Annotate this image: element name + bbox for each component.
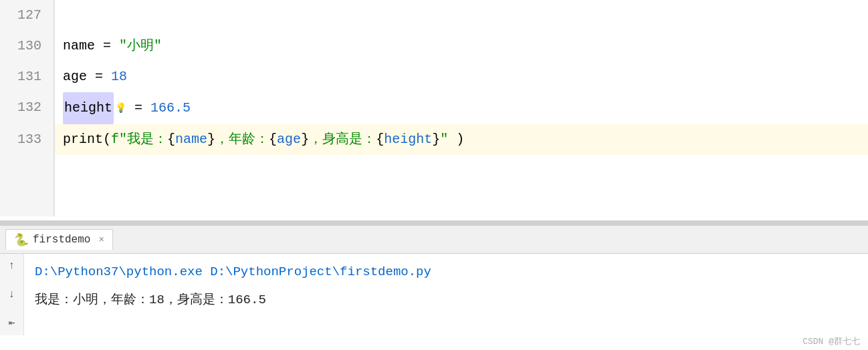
terminal-command-line: D:\Python37\python.exe D:\PythonProject\… <box>35 256 857 287</box>
code-line-133: 133 print(f"我是：{name}，年龄：{age}，身高是：{heig… <box>0 124 868 155</box>
line-content-127 <box>53 0 868 31</box>
code-line-empty1 <box>0 155 868 186</box>
token-brace2: { <box>269 124 277 155</box>
terminal-output-line: 我是：小明，年龄：18，身高是：166.5 <box>35 287 857 313</box>
token-brace3: { <box>376 124 384 155</box>
token-paren-open: ( <box>103 124 111 155</box>
token-height: height <box>63 92 114 124</box>
tab-close-button[interactable]: × <box>98 234 104 245</box>
terminal-footer: CSDN @群七七 <box>0 335 868 350</box>
token-height-ref: height <box>384 124 432 155</box>
token-name: name <box>63 31 95 61</box>
token-eq: = <box>95 31 119 61</box>
terminal-panel: 🐍 firstdemo × ↑ ↓ ⇤ D:\Python37\python.e… <box>0 226 868 350</box>
token-fstring-end: " <box>440 124 448 155</box>
scroll-up-button[interactable]: ↑ <box>3 256 21 275</box>
line-content-133: print(f"我是：{name}，年龄：{age}，身高是：{height}"… <box>53 124 868 155</box>
line-number-empty2 <box>0 186 53 216</box>
terminal-tab-bar: 🐍 firstdemo × <box>0 226 868 254</box>
line-content-132: height 💡 = 166.5 <box>53 92 868 124</box>
python-icon: 🐍 <box>14 232 29 247</box>
terminal-scroll-controls: ↑ ↓ ⇤ <box>0 254 24 335</box>
terminal-content: D:\Python37\python.exe D:\PythonProject\… <box>24 254 868 335</box>
token-1665: 166.5 <box>150 93 191 124</box>
bulb-icon: 💡 <box>115 93 126 124</box>
code-editor: 127 130 name = "小明" 131 age = 18 132 hei… <box>0 0 868 220</box>
token-eq2: = <box>87 61 111 92</box>
code-line-empty2 <box>0 186 868 216</box>
line-number-133: 133 <box>0 124 53 155</box>
token-18: 18 <box>111 61 127 92</box>
token-print: print <box>63 124 103 155</box>
token-xiaoming: "小明" <box>119 31 162 61</box>
token-brace1-close: } <box>207 124 215 155</box>
tab-label: firstdemo <box>33 234 90 246</box>
token-brace1: { <box>167 124 175 155</box>
line-number-130: 130 <box>0 31 53 61</box>
line-number-empty1 <box>0 155 53 186</box>
token-fstring-start: f"我是： <box>111 124 167 155</box>
token-comma1: ，年龄： <box>215 124 269 155</box>
scroll-reset-button[interactable]: ⇤ <box>3 314 21 333</box>
line-content-130: name = "小明" <box>53 31 868 61</box>
line-number-132: 132 <box>0 92 53 124</box>
token-brace2-close: } <box>301 124 309 155</box>
line-number-127: 127 <box>0 0 53 31</box>
token-brace3-close: } <box>432 124 440 155</box>
line-content-empty1 <box>53 155 868 186</box>
token-age-ref: age <box>277 124 301 155</box>
token-comma2: ，身高是： <box>309 124 376 155</box>
line-number-131: 131 <box>0 61 53 92</box>
code-line-130: 130 name = "小明" <box>0 31 868 61</box>
token-paren-close: ) <box>448 124 464 155</box>
token-name-ref: name <box>175 124 207 155</box>
code-line-131: 131 age = 18 <box>0 61 868 92</box>
line-content-131: age = 18 <box>53 61 868 92</box>
editor-terminal-divider <box>0 220 868 226</box>
code-line-127: 127 <box>0 0 868 31</box>
terminal-body-container: ↑ ↓ ⇤ D:\Python37\python.exe D:\PythonPr… <box>0 254 868 335</box>
line-content-empty2 <box>53 186 868 216</box>
csdn-watermark: CSDN @群七七 <box>802 335 860 347</box>
token-eq3: = <box>126 93 150 124</box>
code-line-132: 132 height 💡 = 166.5 <box>0 92 868 124</box>
token-age: age <box>63 61 87 92</box>
scroll-down-button[interactable]: ↓ <box>3 285 21 304</box>
terminal-tab-firstdemo[interactable]: 🐍 firstdemo × <box>5 229 113 250</box>
